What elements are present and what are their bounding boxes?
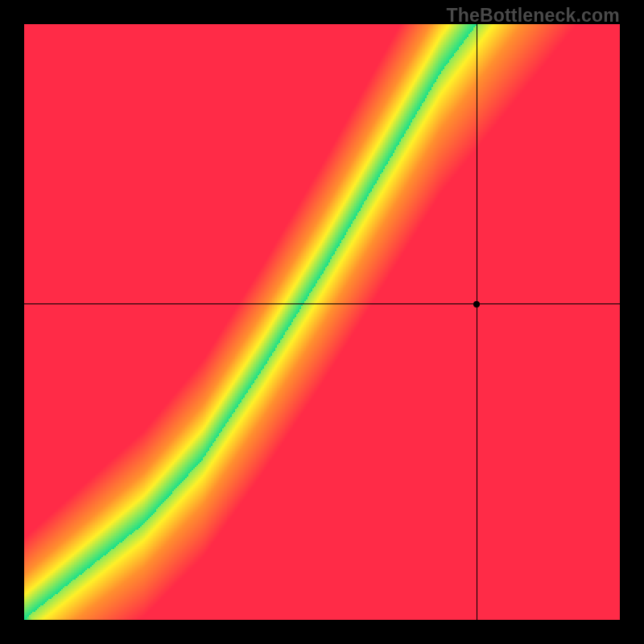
watermark-text: TheBottleneck.com <box>446 5 620 27</box>
bottleneck-heatmap <box>24 24 620 620</box>
chart-stage: TheBottleneck.com <box>0 0 644 644</box>
